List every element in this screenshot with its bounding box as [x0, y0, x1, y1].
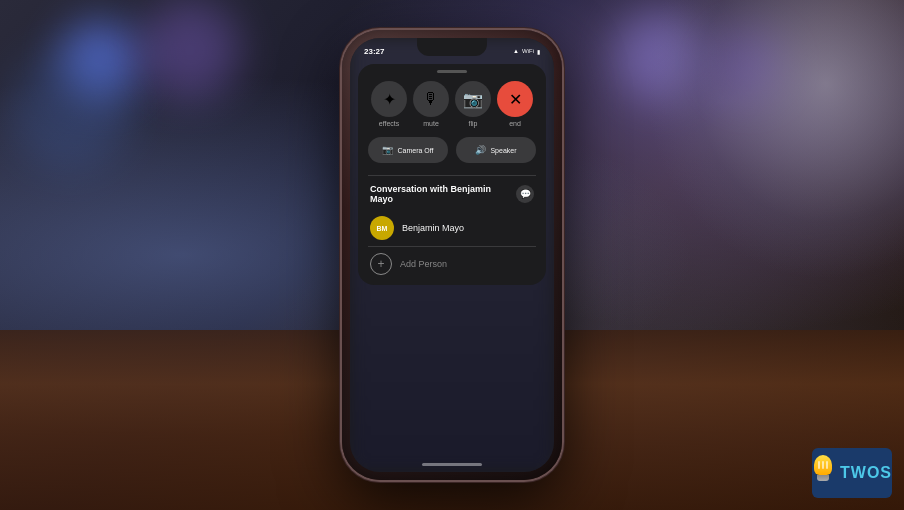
wifi-icon: WiFi	[522, 48, 534, 54]
phone: 23:27 ▲ WiFi ▮ ✦ effects	[342, 30, 562, 480]
flip-button[interactable]: 📷 flip	[455, 81, 491, 127]
avatar: BM	[370, 216, 394, 240]
phone-frame: 23:27 ▲ WiFi ▮ ✦ effects	[342, 30, 562, 480]
camera-off-label: Camera Off	[397, 147, 433, 154]
end-button[interactable]: ✕ end	[497, 81, 533, 127]
phone-screen: 23:27 ▲ WiFi ▮ ✦ effects	[350, 38, 554, 472]
add-person-label: Add Person	[400, 259, 447, 269]
mute-icon-circle: 🎙	[413, 81, 449, 117]
effects-icon-circle: ✦	[371, 81, 407, 117]
add-person-icon: +	[370, 253, 392, 275]
twos-text: TWOS	[840, 464, 892, 482]
speaker-button[interactable]: 🔊 Speaker	[456, 137, 536, 163]
bokeh-2	[140, 0, 240, 100]
add-person-row[interactable]: + Add Person	[358, 247, 546, 285]
lightbulb-icon	[812, 455, 834, 491]
mute-label: mute	[423, 120, 439, 127]
message-icon[interactable]: 💬	[516, 185, 534, 203]
conversation-header: Conversation with Benjamin Mayo 💬	[358, 176, 546, 210]
flip-label: flip	[469, 120, 478, 127]
call-card: ✦ effects 🎙 mute 📷 flip ✕ end	[358, 64, 546, 285]
controls-row: ✦ effects 🎙 mute 📷 flip ✕ end	[358, 81, 546, 137]
shoe-decoration	[644, 0, 904, 280]
camera-off-icon: 📷	[382, 145, 393, 155]
status-time: 23:27	[364, 47, 384, 56]
secondary-controls: 📷 Camera Off 🔊 Speaker	[358, 137, 546, 175]
battery-icon: ▮	[537, 48, 540, 55]
twos-badge: TWOS	[812, 448, 892, 498]
bokeh-3	[10, 50, 130, 170]
status-icons: ▲ WiFi ▮	[513, 48, 540, 55]
mute-button[interactable]: 🎙 mute	[413, 81, 449, 127]
drag-handle[interactable]	[437, 70, 467, 73]
effects-label: effects	[379, 120, 400, 127]
effects-button[interactable]: ✦ effects	[371, 81, 407, 127]
end-label: end	[509, 120, 521, 127]
end-icon-circle: ✕	[497, 81, 533, 117]
conversation-title: Conversation with Benjamin Mayo	[370, 184, 516, 204]
contact-row[interactable]: BM Benjamin Mayo	[358, 210, 546, 246]
speaker-label: Speaker	[490, 147, 516, 154]
home-indicator[interactable]	[422, 463, 482, 466]
flip-icon-circle: 📷	[455, 81, 491, 117]
camera-off-button[interactable]: 📷 Camera Off	[368, 137, 448, 163]
speaker-icon: 🔊	[475, 145, 486, 155]
signal-icon: ▲	[513, 48, 519, 54]
notch	[417, 38, 487, 56]
contact-name: Benjamin Mayo	[402, 223, 464, 233]
